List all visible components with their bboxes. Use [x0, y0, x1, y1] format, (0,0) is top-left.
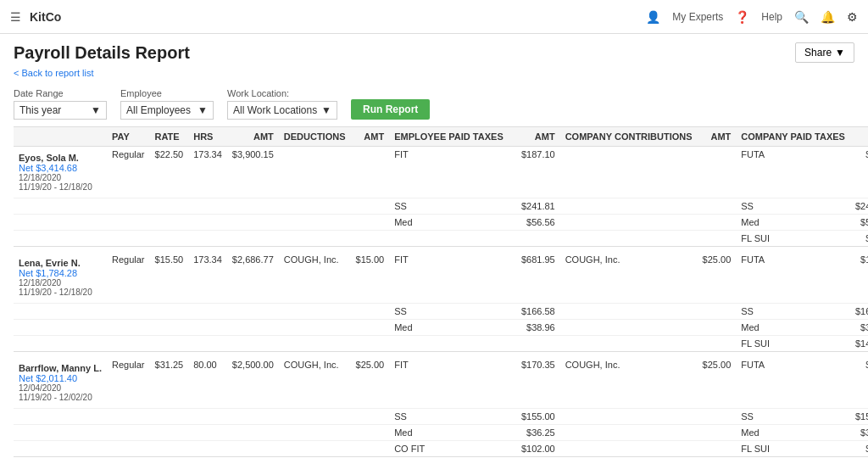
table-cell: $0.00	[850, 231, 868, 247]
employee-net[interactable]: Net $2,011.40	[19, 373, 102, 383]
table-cell	[698, 231, 737, 247]
table-cell	[279, 320, 351, 336]
table-cell	[150, 336, 189, 352]
table-row: Med$36.25Med$36.25	[14, 425, 868, 441]
work-location-select[interactable]: All Work Locations ▼	[227, 101, 337, 120]
table-cell	[351, 336, 390, 352]
table-cell	[351, 147, 390, 198]
top-nav: ☰ KitCo 👤 My Experts ❓ Help 🔍 🔔 ⚙	[0, 0, 868, 34]
table-cell	[150, 304, 189, 320]
help-link[interactable]: Help	[761, 11, 782, 23]
table-cell	[560, 304, 698, 320]
table-cell	[188, 409, 227, 425]
search-icon[interactable]: 🔍	[794, 10, 809, 24]
employee-name: Eyos, Sola M.	[19, 153, 102, 163]
table-cell: $0.00	[850, 147, 868, 198]
table-cell	[560, 320, 698, 336]
filters-bar: Date Range This year ▼ Employee All Empl…	[0, 83, 868, 126]
menu-icon[interactable]: ☰	[10, 10, 21, 24]
table-cell: $36.25	[509, 425, 560, 441]
table-cell	[188, 441, 227, 457]
table-cell: CO FIT	[389, 441, 509, 457]
table-row: SS$155.00SS$155.00	[14, 409, 868, 425]
table-cell	[698, 409, 737, 425]
table-cell	[150, 320, 189, 336]
table-cell: $187.10	[509, 147, 560, 198]
table-cell: COUGH, Inc.	[560, 252, 698, 304]
table-cell: $0.00	[850, 441, 868, 457]
table-cell: $25.00	[698, 252, 737, 304]
report-table-wrap: PAY RATE HRS AMT DEDUCTIONS AMT EMPLOYEE…	[0, 126, 868, 458]
employee-name: Barrflow, Manny L.	[19, 363, 102, 373]
table-cell: Med	[736, 425, 850, 441]
table-cell: $155.00	[850, 409, 868, 425]
notification-icon[interactable]: 🔔	[821, 10, 835, 24]
table-cell: SS	[736, 409, 850, 425]
table-row: FL SUI$0.00	[14, 231, 868, 247]
employee-cell	[14, 409, 107, 425]
table-cell: $22.50	[150, 147, 189, 198]
employee-date1: 12/04/2020	[19, 383, 102, 393]
employee-select[interactable]: All Employees ▼	[120, 101, 214, 120]
col-header-amt3: AMT	[509, 127, 560, 147]
table-cell: $36.25	[850, 425, 868, 441]
table-cell	[150, 231, 189, 247]
table-cell: FIT	[389, 252, 509, 304]
employee-cell	[14, 198, 107, 215]
col-header-emp-taxes: EMPLOYEE PAID TAXES	[389, 127, 509, 147]
table-cell: COUGH, Inc.	[560, 357, 698, 409]
employee-cell	[14, 441, 107, 457]
table-cell	[698, 304, 737, 320]
table-cell: FL SUI	[736, 441, 850, 457]
table-cell	[351, 215, 390, 231]
table-cell	[227, 409, 279, 425]
table-cell: FIT	[389, 357, 509, 409]
table-cell	[279, 198, 351, 215]
table-cell: $38.96	[509, 320, 560, 336]
employee-net[interactable]: Net $3,414.68	[19, 163, 102, 173]
table-cell: Med	[736, 320, 850, 336]
my-experts-link[interactable]: My Experts	[672, 11, 723, 23]
table-row: SS$166.58SS$166.58	[14, 304, 868, 320]
table-cell	[107, 215, 150, 231]
employee-cell: Barrflow, Manny L. Net $2,011.40 12/04/2…	[14, 357, 107, 409]
table-cell	[279, 441, 351, 457]
table-cell	[279, 215, 351, 231]
table-cell	[107, 304, 150, 320]
table-cell: $2,686.77	[227, 252, 279, 304]
table-cell	[279, 147, 351, 198]
table-cell	[351, 231, 390, 247]
table-cell	[279, 336, 351, 352]
table-row: Eyos, Sola M. Net $3,414.68 12/18/2020 1…	[14, 147, 868, 198]
date-range-select[interactable]: This year ▼	[14, 101, 107, 120]
table-cell: $102.00	[509, 441, 560, 457]
employee-cell	[14, 304, 107, 320]
table-cell: SS	[389, 409, 509, 425]
table-cell	[150, 198, 189, 215]
table-cell: FL SUI	[736, 231, 850, 247]
table-row: Med$38.96Med$38.96	[14, 320, 868, 336]
settings-icon[interactable]: ⚙	[847, 10, 858, 24]
table-cell	[188, 304, 227, 320]
share-button[interactable]: Share ▼	[795, 42, 854, 63]
work-location-filter: Work Location: All Work Locations ▼	[227, 88, 337, 120]
chevron-down-icon: ▼	[321, 104, 331, 116]
employee-net[interactable]: Net $1,784.28	[19, 268, 102, 278]
date-range-label: Date Range	[14, 88, 107, 98]
table-cell	[150, 441, 189, 457]
table-cell: $31.25	[150, 357, 189, 409]
table-cell: $145.09	[850, 336, 868, 352]
table-cell: $166.58	[509, 304, 560, 320]
table-cell	[351, 320, 390, 336]
breadcrumb[interactable]: < Back to report list	[0, 68, 868, 83]
date-range-filter: Date Range This year ▼	[14, 88, 107, 120]
col-header-amt5: AMT	[850, 127, 868, 147]
nav-right: 👤 My Experts ❓ Help 🔍 🔔 ⚙	[646, 10, 858, 24]
table-cell	[560, 425, 698, 441]
table-cell	[279, 409, 351, 425]
employee-cell	[14, 231, 107, 247]
table-cell	[227, 304, 279, 320]
table-cell	[509, 336, 560, 352]
run-report-button[interactable]: Run Report	[351, 99, 430, 120]
employee-date-range: 11/19/20 - 12/02/20	[19, 393, 102, 402]
